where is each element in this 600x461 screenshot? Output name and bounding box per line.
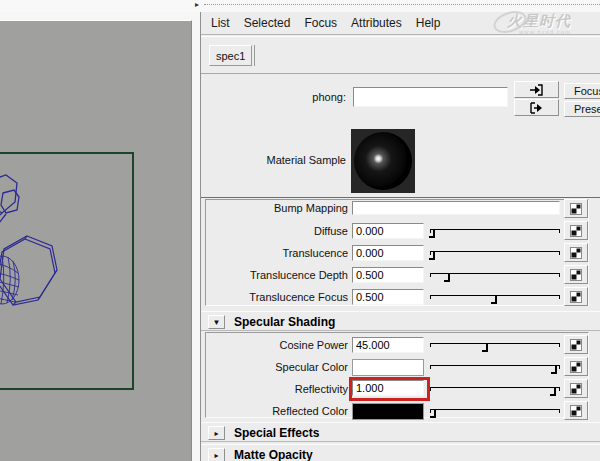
- translucence-focus-input[interactable]: [352, 289, 424, 305]
- menu-list[interactable]: List: [211, 16, 230, 30]
- attribute-editor-panel: List Selected Focus Attributes Help 火星时代…: [200, 12, 600, 461]
- menu-attributes[interactable]: Attributes: [351, 16, 402, 30]
- specular-shading-group: Cosine Power Specular Color: [205, 332, 589, 418]
- translucence-slider[interactable]: [430, 244, 560, 262]
- focus-button[interactable]: Focus: [564, 83, 600, 99]
- attr-label: Translucence: [206, 247, 348, 259]
- diffuse-slider[interactable]: [430, 222, 560, 240]
- attr-row-translucence: Translucence: [206, 244, 590, 262]
- attr-label: Bump Mapping: [206, 202, 348, 214]
- arrow-out-of-bracket-icon: [529, 102, 544, 114]
- reflected-color-slider[interactable]: [430, 402, 560, 420]
- slider-track: [430, 409, 560, 410]
- menu-selected[interactable]: Selected: [244, 16, 291, 30]
- attr-row-translucence-depth: Translucence Depth: [206, 266, 590, 284]
- expand-triangle-icon[interactable]: ▸: [208, 448, 225, 461]
- material-sample-label: Material Sample: [205, 154, 346, 166]
- attr-row-translucence-focus: Translucence Focus: [206, 288, 590, 306]
- slider-track: [430, 251, 560, 252]
- checker-map-icon: [570, 269, 582, 281]
- checker-map-icon: [570, 339, 582, 351]
- checker-map-icon: [570, 247, 582, 259]
- map-checker-button[interactable]: [564, 357, 588, 376]
- translucence-depth-slider[interactable]: [430, 266, 560, 284]
- cosine-power-input[interactable]: [352, 337, 424, 353]
- map-checker-button[interactable]: [564, 287, 588, 306]
- reflectivity-slider[interactable]: [430, 380, 560, 398]
- tab-divider: [254, 45, 255, 66]
- attr-row-specular-color: Specular Color: [206, 358, 590, 376]
- wireframe-hex-prism-small[interactable]: [0, 175, 19, 232]
- section-title: Special Effects: [234, 426, 319, 440]
- slider-track: [430, 365, 560, 366]
- material-sample-swatch[interactable]: [351, 129, 415, 193]
- attr-label: Reflected Color: [206, 405, 348, 417]
- translucence-input[interactable]: [352, 245, 424, 261]
- wireframe-mesh-dome[interactable]: [0, 256, 19, 304]
- expand-strip-arrow-icon[interactable]: ▸: [195, 0, 199, 10]
- translucence-focus-slider[interactable]: [430, 288, 560, 306]
- slider-handle[interactable]: [430, 409, 436, 418]
- node-name-input[interactable]: [353, 87, 508, 107]
- map-checker-button[interactable]: [564, 199, 588, 218]
- slider-handle[interactable]: [491, 295, 497, 304]
- slider-handle[interactable]: [429, 229, 435, 238]
- reflected-color-swatch[interactable]: [352, 403, 424, 420]
- menu-focus[interactable]: Focus: [304, 16, 337, 30]
- map-checker-button[interactable]: [564, 401, 588, 420]
- bump-mapping-input[interactable]: [352, 201, 560, 215]
- checker-map-icon: [570, 203, 582, 215]
- presets-button[interactable]: Presets: [564, 101, 600, 117]
- section-separator: [201, 197, 600, 198]
- strip-dotted-line: [204, 4, 600, 5]
- attr-label: Translucence Depth: [206, 269, 348, 281]
- map-checker-button[interactable]: [564, 335, 588, 354]
- specular-color-swatch[interactable]: [352, 359, 424, 376]
- reflectivity-highlight-box: [349, 377, 430, 401]
- map-checker-button[interactable]: [564, 265, 588, 284]
- attr-label: Diffuse: [206, 225, 348, 237]
- tab-spec1[interactable]: spec1: [209, 45, 252, 66]
- collapse-triangle-icon[interactable]: ▼: [208, 315, 225, 329]
- reflectivity-input[interactable]: [352, 380, 424, 396]
- slider-handle[interactable]: [482, 343, 488, 352]
- map-checker-button[interactable]: [564, 221, 588, 240]
- checker-map-icon: [570, 291, 582, 303]
- expand-triangle-icon[interactable]: ▸: [208, 426, 225, 440]
- watermark-logo: 火星时代 www.hxsd.com: [493, 9, 600, 39]
- menu-help[interactable]: Help: [416, 16, 441, 30]
- slider-handle[interactable]: [550, 387, 556, 396]
- attr-label: Translucence Focus: [206, 291, 348, 303]
- camera-gate-rect: [0, 153, 133, 389]
- viewport-panel[interactable]: [0, 20, 192, 461]
- slider-handle[interactable]: [429, 251, 435, 260]
- specular-color-slider[interactable]: [430, 358, 560, 376]
- slider-track: [430, 229, 560, 230]
- checker-map-icon: [570, 225, 582, 237]
- slider-track: [430, 387, 560, 388]
- attr-row-reflectivity: Reflectivity: [206, 380, 590, 398]
- slider-handle[interactable]: [551, 365, 557, 374]
- attr-row-cosine-power: Cosine Power: [206, 336, 590, 354]
- focus-out-button[interactable]: [514, 99, 559, 116]
- matte-opacity-header[interactable]: ▸ Matte Opacity: [201, 444, 600, 461]
- map-checker-button[interactable]: [564, 243, 588, 262]
- viewport-scene: [0, 21, 192, 461]
- slider-handle[interactable]: [444, 273, 450, 282]
- cosine-power-slider[interactable]: [430, 336, 560, 354]
- checker-map-icon: [570, 383, 582, 395]
- diffuse-input[interactable]: [352, 223, 424, 239]
- focus-in-button[interactable]: [514, 81, 559, 98]
- map-checker-button[interactable]: [564, 379, 588, 398]
- attr-row-bump-mapping: Bump Mapping: [206, 201, 590, 219]
- checker-map-icon: [570, 361, 582, 373]
- watermark-text: 火星时代: [507, 12, 571, 31]
- translucence-depth-input[interactable]: [352, 267, 424, 283]
- attr-row-diffuse: Diffuse: [206, 222, 590, 240]
- slider-track: [430, 343, 560, 344]
- special-effects-header[interactable]: ▸ Special Effects: [201, 422, 600, 442]
- section-title: Specular Shading: [234, 315, 335, 329]
- specular-shading-header[interactable]: ▼ Specular Shading: [201, 311, 600, 331]
- section-title: Matte Opacity: [234, 448, 313, 461]
- watermark-url: www.hxsd.com: [519, 29, 571, 35]
